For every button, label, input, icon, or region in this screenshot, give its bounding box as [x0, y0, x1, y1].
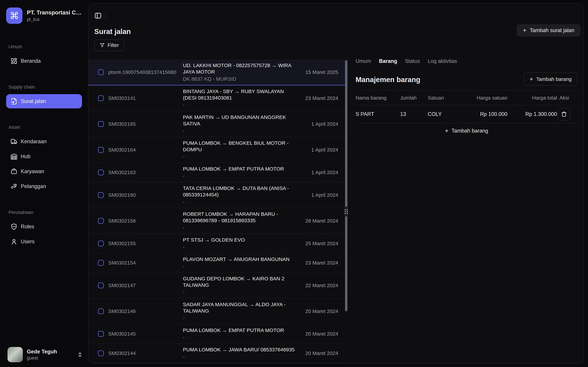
row-subtitle: -: [183, 128, 297, 134]
list-item[interactable]: SM0302164 PUMA LOMBOK → BENGKEL BIUL MOT…: [88, 137, 346, 163]
file-input-icon: [10, 98, 17, 105]
row-checkbox[interactable]: [98, 283, 104, 288]
row-subtitle: -: [183, 334, 297, 341]
table-header-row: Nama barang Jumlah Satuan Harga satuan H…: [355, 90, 578, 105]
sidebar-item-hub[interactable]: Hub: [6, 149, 82, 164]
row-subtitle: -: [183, 315, 297, 321]
row-checkbox[interactable]: [98, 331, 104, 337]
cell-satuan: COLY: [428, 111, 468, 117]
cell-jumlah: 13: [400, 111, 428, 117]
row-subtitle: -: [183, 225, 297, 231]
list-item[interactable]: SM0302160 TATA CERIA LOMBOK → DUTA BAN (…: [88, 182, 346, 208]
filter-button[interactable]: Filter: [94, 39, 124, 51]
truck-icon: [10, 138, 17, 145]
row-checkbox[interactable]: [98, 260, 104, 266]
section-label-perusahaan: Perusahaan: [9, 210, 82, 215]
row-date: 20 Maret 2024: [297, 331, 338, 337]
row-checkbox[interactable]: [98, 95, 104, 101]
add-barang-button-label: Tambah barang: [536, 76, 572, 82]
row-id: ptsmt-1900754938137415680: [104, 69, 183, 75]
detail-panel: Umum Barang Status Log aktivitas Manajem…: [352, 3, 584, 363]
main-card: Surat jalan Filter + Tambah surat jalan …: [88, 3, 584, 364]
sidebar-toggle-button[interactable]: [93, 10, 104, 21]
add-barang-button[interactable]: + Tambah barang: [524, 73, 578, 86]
list-scrollbar[interactable]: [345, 60, 347, 311]
row-date: 20 Maret 2024: [297, 350, 338, 356]
list-item[interactable]: SM0302163 PUMA LOMBOK → EMPAT PUTRA MOTO…: [88, 163, 346, 182]
row-checkbox[interactable]: [98, 308, 104, 314]
row-subtitle: -: [183, 173, 297, 179]
sidebar-item-karyawan[interactable]: Karyawan: [6, 164, 82, 179]
sidebar-item-pelanggan[interactable]: Pelanggan: [6, 179, 82, 193]
list-item[interactable]: SM0302143 K-2 BANGUNAN LOMBOK → MM PLAMP…: [88, 363, 346, 363]
brand-org: pt_tca: [27, 17, 83, 22]
row-checkbox[interactable]: [98, 350, 104, 356]
hand-heart-icon: [10, 183, 17, 190]
row-title: UD. LAKKHI MOTOR - 082257575728 → WIRA J…: [183, 62, 297, 75]
row-subtitle: -: [183, 244, 297, 250]
chevrons-up-down-icon[interactable]: [77, 351, 83, 358]
list-item[interactable]: SM0302147 GUDANG DEPO LOMBOK → KAIRO BAN…: [88, 273, 346, 299]
row-checkbox[interactable]: [98, 241, 104, 246]
list-item[interactable]: SM0302156 ROBERT LOMBOK → HARAPAN BARU -…: [88, 208, 346, 234]
row-checkbox[interactable]: [98, 170, 104, 175]
user-menu[interactable]: Gede Teguh guest: [8, 347, 83, 362]
row-date: 1 April 2024: [297, 147, 338, 153]
row-title: PUMA LOMBOK → JAWA BARU/ 085337646935: [183, 346, 297, 353]
dashboard-icon: [10, 58, 17, 64]
list-item[interactable]: SM0302155 PT STSJ → GOLDEN EVO- 25 Maret…: [88, 234, 346, 253]
row-checkbox[interactable]: [98, 218, 104, 224]
tab-log-aktivitas[interactable]: Log aktivitas: [428, 58, 457, 64]
row-title: TATA CERIA LOMBOK → DUTA BAN (ANISA - 08…: [183, 185, 297, 198]
col-header-nama: Nama barang: [355, 95, 400, 101]
row-title: SADAR JAYA MANUNGGAL → ALDO JAYA - TALIW…: [183, 301, 297, 314]
row-id: SM0302165: [104, 121, 183, 127]
sidebar-item-surat-jalan[interactable]: Surat jalan: [6, 94, 82, 108]
sidebar-item-users[interactable]: Users: [6, 234, 82, 249]
brand[interactable]: ⌘ PT. Transportasi Conto… pt_tca: [6, 8, 82, 24]
trash-icon: [561, 111, 567, 117]
list-item[interactable]: SM0302144 PUMA LOMBOK → JAWA BARU/ 08533…: [88, 344, 346, 363]
row-date: 25 Maret 2024: [297, 241, 338, 246]
user-role: guest: [27, 355, 57, 361]
sidebar-item-kendaraan[interactable]: Kendaraan: [6, 134, 82, 149]
row-title: GUDANG DEPO LOMBOK → KAIRO BAN 2 TALIWAN…: [183, 275, 297, 288]
command-icon: ⌘: [6, 8, 22, 24]
page-title: Surat jalan: [94, 27, 131, 36]
row-checkbox[interactable]: [98, 192, 104, 198]
delete-row-button[interactable]: [558, 108, 570, 120]
tab-umum[interactable]: Umum: [355, 58, 371, 64]
add-barang-link[interactable]: + Tambah barang: [355, 128, 578, 134]
sidebar-item-roles[interactable]: Roles: [6, 219, 82, 234]
list-item[interactable]: SM0302145 PUMA LOMBOK → EMPAT PUTRA MOTO…: [88, 324, 346, 344]
row-subtitle: -: [183, 354, 297, 360]
row-checkbox[interactable]: [98, 121, 104, 127]
list-item[interactable]: SM0302165 PAK MARTIN → UD BANGUNAN ANGGR…: [88, 111, 346, 137]
row-date: 1 April 2024: [297, 121, 338, 127]
row-date: 23 Maret 2024: [297, 260, 338, 266]
list-item[interactable]: SM0303141 BINTANG JAYA - SBY → RUBY SWAL…: [88, 85, 346, 111]
tab-status[interactable]: Status: [405, 58, 420, 64]
list-item[interactable]: SM0302146 SADAR JAYA MANUNGGAL → ALDO JA…: [88, 299, 346, 324]
list-item[interactable]: SM0302154 PLAVON MOZART → ANUGRAH BANGUN…: [88, 253, 346, 273]
row-id: SM0303141: [104, 95, 183, 101]
section-label-umum: Umum: [9, 44, 82, 50]
row-checkbox[interactable]: [98, 69, 104, 75]
briefcase-icon: [10, 168, 17, 175]
sidebar-item-label: Beranda: [21, 58, 41, 64]
row-id: SM0302154: [104, 260, 183, 266]
list-item[interactable]: ptsmt-1900754938137415680 UD. LAKKHI MOT…: [88, 59, 346, 85]
col-header-harga-satuan: Harga satuan: [468, 95, 507, 101]
row-subtitle: -: [183, 153, 297, 160]
tab-barang[interactable]: Barang: [379, 58, 397, 64]
sidebar-item-beranda[interactable]: Beranda: [6, 54, 82, 68]
row-date: 1 April 2024: [297, 170, 338, 175]
filter-button-label: Filter: [108, 42, 119, 48]
row-id: SM0302155: [104, 241, 183, 246]
plus-icon: +: [445, 128, 449, 134]
panel-resize-handle[interactable]: [344, 207, 348, 217]
warehouse-icon: [10, 153, 17, 160]
sidebar-item-label: Kendaraan: [21, 138, 47, 145]
row-title: PUMA LOMBOK → EMPAT PUTRA MOTOR: [183, 166, 297, 172]
row-checkbox[interactable]: [98, 147, 104, 153]
